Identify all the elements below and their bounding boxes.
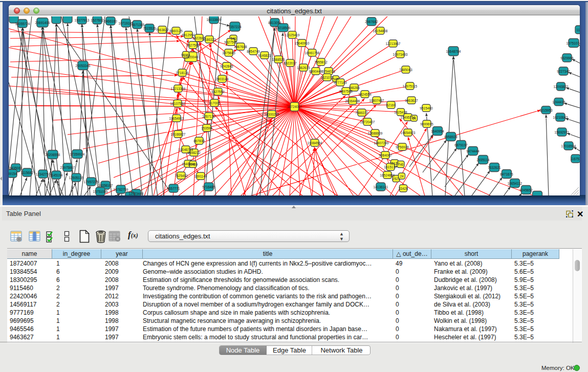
- svg-text:20364436: 20364436: [345, 99, 360, 103]
- svg-text:16671385: 16671385: [130, 23, 145, 27]
- svg-text:9329966: 9329966: [560, 56, 574, 60]
- svg-text:15692971: 15692971: [555, 130, 570, 134]
- svg-text:9463627: 9463627: [405, 99, 418, 102]
- svg-text:8322037: 8322037: [284, 61, 297, 65]
- svg-text:9498222: 9498222: [187, 151, 201, 155]
- svg-text:8435061: 8435061: [9, 166, 23, 170]
- svg-text:7663822: 7663822: [156, 28, 169, 32]
- svg-text:3875685: 3875685: [222, 51, 235, 55]
- svg-text:19166827: 19166827: [171, 133, 186, 136]
- svg-text:3824554: 3824554: [358, 93, 372, 96]
- svg-text:8660125: 8660125: [169, 29, 183, 33]
- svg-text:2987682: 2987682: [365, 20, 378, 24]
- svg-text:14136141: 14136141: [374, 185, 388, 189]
- svg-text:16210643: 16210643: [553, 116, 568, 119]
- svg-text:20053346: 20053346: [76, 64, 91, 68]
- svg-text:8990448: 8990448: [309, 70, 322, 73]
- svg-text:18724007: 18724007: [287, 105, 302, 108]
- svg-text:15640910: 15640910: [295, 41, 310, 45]
- svg-text:17957225: 17957225: [84, 180, 99, 184]
- svg-text:1362615: 1362615: [297, 66, 310, 70]
- svg-text:1117: 1117: [576, 28, 580, 32]
- svg-text:24: 24: [400, 174, 404, 178]
- svg-text:10973493: 10973493: [393, 53, 408, 56]
- svg-text:17359924: 17359924: [70, 152, 85, 156]
- svg-text:12093822: 12093822: [554, 85, 569, 89]
- svg-text:1145194: 1145194: [50, 173, 63, 177]
- svg-text:16648784: 16648784: [446, 50, 461, 53]
- svg-text:2967608: 2967608: [234, 45, 247, 49]
- svg-text:6497568: 6497568: [339, 90, 353, 93]
- svg-text:18300295: 18300295: [265, 113, 279, 116]
- svg-text:9084067: 9084067: [379, 154, 392, 157]
- svg-text:16033809: 16033809: [207, 18, 222, 21]
- svg-text:1115682: 1115682: [21, 171, 34, 174]
- svg-text:13325419: 13325419: [285, 33, 300, 37]
- svg-text:9245652: 9245652: [519, 188, 533, 192]
- svg-text:12975115: 12975115: [403, 84, 418, 88]
- svg-text:2803144: 2803144: [215, 77, 229, 81]
- svg-text:7955812: 7955812: [314, 60, 328, 64]
- svg-text:7357224: 7357224: [228, 25, 242, 29]
- svg-text:1691144: 1691144: [194, 174, 207, 178]
- svg-text:16524851: 16524851: [380, 173, 395, 177]
- svg-text:1615137: 1615137: [384, 165, 397, 169]
- svg-text:9146821: 9146821: [258, 54, 271, 57]
- svg-text:10688609: 10688609: [368, 132, 383, 135]
- svg-text:8471676: 8471676: [500, 172, 513, 176]
- svg-text:9515460: 9515460: [420, 106, 433, 110]
- svg-text:99489: 99489: [188, 163, 198, 166]
- svg-text:2521: 2521: [393, 177, 400, 181]
- svg-text:8186323: 8186323: [203, 38, 216, 41]
- svg-text:10807487: 10807487: [369, 99, 384, 102]
- svg-text:1640954: 1640954: [431, 129, 444, 133]
- svg-text:2718126: 2718126: [176, 71, 189, 75]
- svg-text:9777169: 9777169: [334, 81, 347, 84]
- svg-text:39154: 39154: [9, 172, 17, 176]
- svg-text:62160: 62160: [386, 103, 396, 107]
- svg-text:64: 64: [412, 117, 416, 120]
- svg-text:16154808: 16154808: [373, 29, 388, 33]
- svg-text:18807249: 18807249: [374, 141, 389, 145]
- svg-text:16961758: 16961758: [305, 51, 320, 55]
- svg-text:19654923: 19654923: [401, 131, 416, 135]
- svg-text:20206558: 20206558: [46, 153, 60, 157]
- svg-text:8958928: 8958928: [444, 135, 458, 139]
- svg-text:8215953: 8215953: [539, 108, 553, 112]
- svg-text:7625402: 7625402: [175, 174, 188, 178]
- svg-text:6466160: 6466160: [104, 19, 117, 23]
- svg-text:12923448: 12923448: [129, 192, 144, 195]
- svg-text:1244415: 1244415: [552, 100, 565, 104]
- svg-text:1621072: 1621072: [320, 76, 334, 79]
- svg-text:19358107: 19358107: [98, 184, 113, 187]
- svg-text:8427552: 8427552: [211, 90, 225, 94]
- svg-text:5716485: 5716485: [202, 185, 215, 189]
- svg-text:417005: 417005: [209, 101, 220, 105]
- svg-text:116753: 116753: [570, 157, 580, 161]
- svg-text:14055724: 14055724: [15, 22, 30, 26]
- svg-text:12213369: 12213369: [171, 87, 186, 91]
- svg-text:546: 546: [231, 37, 236, 40]
- svg-text:17016504: 17016504: [561, 144, 576, 148]
- svg-text:12505135: 12505135: [69, 176, 84, 180]
- svg-text:33426: 33426: [399, 187, 408, 190]
- svg-text:9756928: 9756928: [396, 145, 409, 149]
- svg-text:1025438: 1025438: [394, 111, 407, 114]
- svg-text:7886372: 7886372: [355, 111, 368, 115]
- svg-text:19218506: 19218506: [276, 26, 291, 30]
- svg-text:2935114: 2935114: [477, 158, 490, 162]
- svg-text:19377913: 19377913: [75, 18, 90, 22]
- svg-text:153594: 153594: [201, 126, 212, 130]
- svg-text:19654913: 19654913: [169, 117, 184, 120]
- svg-text:9474444: 9474444: [466, 149, 480, 153]
- svg-text:3267130: 3267130: [202, 115, 215, 118]
- svg-text:1588520: 1588520: [272, 58, 285, 61]
- svg-text:746: 746: [398, 163, 404, 166]
- svg-text:9327508: 9327508: [224, 40, 237, 44]
- svg-text:6794028: 6794028: [322, 70, 335, 73]
- svg-text:1527602: 1527602: [91, 18, 104, 22]
- svg-text:545: 545: [333, 77, 339, 81]
- svg-text:6879197: 6879197: [454, 143, 468, 147]
- svg-text:16782759: 16782759: [114, 188, 128, 191]
- svg-text:16107552: 16107552: [170, 102, 185, 105]
